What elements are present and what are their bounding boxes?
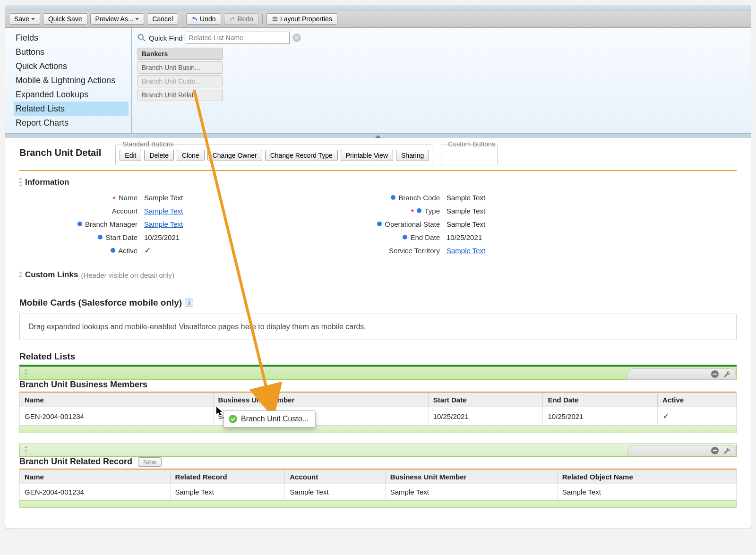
palette-item-branch-unit-related[interactable]: Branch Unit Relat...	[137, 89, 223, 101]
column-header: Start Date	[428, 393, 543, 407]
field-label-text: Branch Code	[398, 194, 440, 202]
field-label-text: Account	[112, 207, 137, 215]
custom-buttons-legend: Custom Buttons	[446, 140, 497, 148]
table-cell: Sample Text	[213, 407, 428, 426]
column-header: End Date	[543, 393, 658, 407]
column-header: Name	[20, 393, 214, 407]
field-value[interactable]: Sample Text	[144, 207, 183, 215]
field-value: Sample Text	[447, 194, 485, 202]
delete-button[interactable]: Delete	[144, 150, 173, 161]
column-header: Business Unit Member	[385, 470, 557, 484]
custom-dot-icon	[77, 222, 82, 226]
related-list-bottom-dropzone[interactable]	[19, 500, 737, 508]
wrench-icon[interactable]	[723, 447, 731, 454]
caret-down-icon	[31, 18, 35, 20]
field-value[interactable]: Sample Text	[144, 220, 183, 228]
table-cell: 10/25/2021	[543, 407, 658, 426]
field-row: Branch ManagerSample Text	[19, 217, 284, 231]
column-header: Related Record	[170, 470, 285, 484]
column-header: Related Object Name	[557, 470, 736, 484]
sidebar-item-quick-actions[interactable]: Quick Actions	[14, 59, 129, 73]
svg-line-1	[143, 39, 145, 41]
required-icon: *	[411, 210, 414, 215]
quick-save-button[interactable]: Quick Save	[43, 13, 87, 25]
palette-item-branch-unit-customer[interactable]: Branch Unit Custo...	[137, 75, 223, 87]
standard-buttons-legend: Standard Buttons	[120, 140, 175, 148]
table-cell: ✓	[658, 407, 737, 426]
field-value: Sample Text	[447, 207, 485, 215]
field-value: 10/25/2021	[144, 233, 180, 241]
related-list-title-related-record: Branch Unit Related Record	[19, 457, 132, 467]
layout-properties-button[interactable]: Layout Properties	[266, 13, 337, 25]
custom-dot-icon	[111, 248, 115, 253]
save-button[interactable]: Save	[9, 13, 40, 25]
custom-dot-icon	[403, 235, 407, 239]
field-row: Service TerritorySample Text	[322, 244, 586, 257]
column-header: Name	[20, 470, 171, 484]
field-value: 10/25/2021	[447, 233, 482, 241]
related-list-table-business-members: NameBusiness Unit MemberStart DateEnd Da…	[19, 393, 737, 426]
change-owner-button[interactable]: Change Owner	[207, 150, 262, 161]
field-row: AccountSample Text	[19, 204, 284, 217]
field-value[interactable]: Sample Text	[447, 247, 485, 255]
section-mobile-cards: Mobile Cards (Salesforce mobile only)	[19, 298, 182, 308]
info-icon[interactable]: i	[185, 299, 193, 307]
preview-as-button[interactable]: Preview As...	[90, 13, 145, 25]
required-icon: *	[112, 197, 116, 202]
column-header: Account	[285, 470, 385, 484]
edit-button[interactable]: Edit	[120, 150, 141, 161]
remove-icon[interactable]	[711, 370, 719, 378]
new-button[interactable]: New	[138, 457, 162, 467]
related-list-bottom-dropzone[interactable]	[19, 426, 737, 433]
sidebar-item-expanded-lookups[interactable]: Expanded Lookups	[14, 87, 129, 102]
field-value: ✓	[144, 245, 151, 256]
palette-collapse-handle[interactable]	[5, 133, 751, 138]
custom-dot-icon	[391, 195, 395, 200]
section-information: Information	[25, 178, 69, 187]
sidebar-item-mobile-actions[interactable]: Mobile & Lightning Actions	[14, 73, 129, 87]
table-cell: Sample Text	[285, 484, 385, 500]
page-title: Branch Unit Detail	[19, 147, 101, 158]
sidebar-item-related-lists[interactable]: Related Lists	[14, 102, 129, 116]
wrench-icon[interactable]	[723, 370, 731, 378]
chevron-up-icon	[375, 135, 381, 138]
field-label-text: Active	[118, 247, 137, 255]
change-record-type-button[interactable]: Change Record Type	[265, 150, 338, 161]
sidebar-item-buttons[interactable]: Buttons	[14, 45, 129, 59]
section-custom-links: Custom Links	[25, 270, 78, 280]
field-row: Active✓	[19, 244, 284, 257]
related-list-table-related-record: NameRelated RecordAccountBusiness Unit M…	[19, 470, 737, 500]
table-cell: Sample Text	[170, 484, 285, 500]
field-row: End Date10/25/2021	[322, 231, 586, 244]
sidebar-item-report-charts[interactable]: Report Charts	[14, 116, 129, 130]
clone-button[interactable]: Clone	[177, 150, 205, 161]
field-row: Operational StateSample Text	[322, 217, 586, 231]
related-list-title-business-members: Branch Unit Business Members	[19, 380, 147, 390]
palette-item-bankers[interactable]: Bankers	[137, 48, 223, 60]
field-row: Start Date10/25/2021	[19, 231, 284, 244]
table-cell: 10/25/2021	[428, 407, 543, 426]
remove-icon[interactable]	[711, 447, 719, 454]
field-label-text: End Date	[410, 233, 440, 241]
column-header: Active	[658, 393, 737, 407]
component-palette: Fields Buttons Quick Actions Mobile & Li…	[5, 28, 751, 133]
field-label-text: Name	[119, 194, 137, 202]
field-label-text: Branch Manager	[85, 220, 137, 228]
sharing-button[interactable]: Sharing	[396, 150, 429, 161]
cancel-button[interactable]: Cancel	[147, 13, 178, 25]
clear-search-icon[interactable]: ✕	[292, 34, 301, 42]
custom-links-hint: (Header visible on detail only)	[81, 271, 174, 279]
table-cell: GEN-2004-001234	[20, 484, 171, 500]
redo-button[interactable]: Redo	[224, 13, 258, 25]
list-icon	[272, 16, 278, 22]
mobile-cards-dropzone[interactable]: Drag expanded lookups and mobile-enabled…	[19, 314, 737, 340]
undo-button[interactable]: Undo	[186, 13, 221, 25]
related-list-drop-target[interactable]	[19, 367, 737, 380]
sidebar-item-fields[interactable]: Fields	[14, 31, 129, 45]
printable-view-button[interactable]: Printable View	[341, 150, 393, 161]
quick-find-input[interactable]	[186, 32, 290, 44]
editor-toolbar: Save Quick Save Preview As... Cancel Und…	[5, 10, 751, 28]
field-row: *TypeSample Text	[322, 204, 586, 217]
palette-item-branch-unit-business[interactable]: Branch Unit Busin...	[137, 61, 223, 74]
field-label-text: Type	[424, 207, 440, 215]
